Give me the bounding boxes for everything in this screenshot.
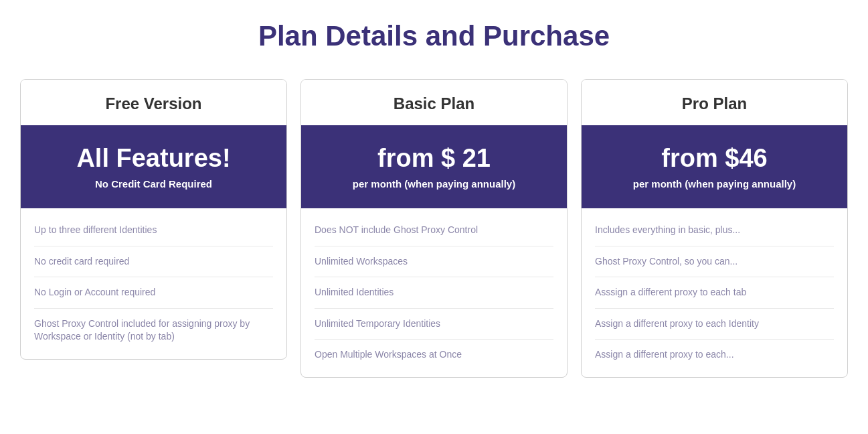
- plan-price-main-free: All Features!: [34, 144, 273, 173]
- plan-price-sub-free: No Credit Card Required: [34, 178, 273, 190]
- plan-price-block-free: All Features! No Credit Card Required: [21, 125, 286, 208]
- plan-name-basic: Basic Plan: [301, 80, 567, 125]
- list-item: Assign a different proxy to each Identit…: [595, 309, 834, 340]
- plan-price-sub-pro: per month (when paying annually): [595, 178, 834, 190]
- list-item: No credit card required: [34, 246, 273, 278]
- plan-name-free: Free Version: [21, 80, 286, 125]
- plan-price-block-pro: from $46 per month (when paying annually…: [582, 125, 847, 208]
- plan-features-free: Up to three different Identities No cred…: [21, 208, 286, 359]
- list-item: Unlimited Temporary Identities: [315, 309, 553, 340]
- plan-price-main-pro: from $46: [595, 144, 834, 173]
- list-item: Ghost Proxy Control included for assigni…: [34, 309, 273, 352]
- plan-card-pro: Pro Plan from $46 per month (when paying…: [581, 79, 848, 378]
- list-item: Asssign a different proxy to each tab: [595, 277, 834, 309]
- list-item: Up to three different Identities: [34, 215, 273, 246]
- list-item: No Login or Account required: [34, 277, 273, 309]
- plan-card-free: Free Version All Features! No Credit Car…: [20, 79, 287, 360]
- page-title: Plan Details and Purchase: [13, 13, 855, 59]
- plan-features-pro: Includes everything in basic, plus... Gh…: [582, 208, 847, 377]
- plan-price-main-basic: from $ 21: [315, 144, 553, 173]
- plan-name-pro: Pro Plan: [582, 80, 847, 125]
- list-item: Unlimited Identities: [315, 277, 553, 309]
- list-item: Assign a different proxy to each...: [595, 340, 834, 370]
- plan-features-basic: Does NOT include Ghost Proxy Control Unl…: [301, 208, 567, 377]
- plan-card-basic: Basic Plan from $ 21 per month (when pay…: [300, 79, 568, 378]
- list-item: Includes everything in basic, plus...: [595, 215, 834, 246]
- plan-price-block-basic: from $ 21 per month (when paying annuall…: [301, 125, 567, 208]
- list-item: Does NOT include Ghost Proxy Control: [315, 215, 553, 246]
- plans-container: Free Version All Features! No Credit Car…: [13, 79, 855, 378]
- list-item: Unlimited Workspaces: [315, 246, 553, 278]
- plan-price-sub-basic: per month (when paying annually): [315, 178, 553, 190]
- list-item: Open Multiple Workspaces at Once: [315, 340, 553, 370]
- list-item: Ghost Proxy Control, so you can...: [595, 246, 834, 278]
- page-container: Plan Details and Purchase Free Version A…: [0, 0, 868, 378]
